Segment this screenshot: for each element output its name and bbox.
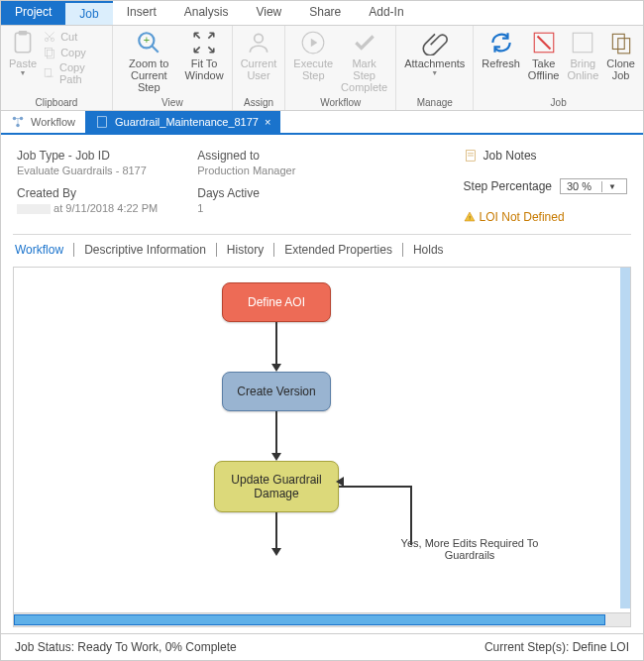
bring-online-button[interactable]: Bring Online [563, 28, 602, 83]
manage-group-label: Manage [400, 95, 469, 110]
play-icon [300, 30, 326, 55]
clipboard-group-label: Clipboard [5, 95, 108, 110]
svg-line-8 [153, 46, 160, 53]
status-bar: Job Status: Ready To Work, 0% Complete C… [1, 633, 643, 660]
tab-addin[interactable]: Add-In [355, 1, 417, 25]
workflow-canvas[interactable]: Define AOI Create Version Update Guardra… [13, 267, 631, 627]
view-group-label: View [117, 95, 228, 110]
scrollbar-thumb[interactable] [14, 614, 605, 625]
assigned-to-value: Production Manager [197, 165, 295, 176]
take-offline-button[interactable]: Take Offline [524, 28, 564, 83]
clone-icon [608, 30, 634, 55]
created-by-label: Created By [17, 186, 158, 200]
edge-2 [275, 411, 277, 453]
svg-rect-14 [574, 33, 593, 53]
step-percentage-input[interactable]: 30 % ▼ [560, 178, 627, 194]
check-icon [352, 30, 377, 55]
ribbon-group-assign: Current User Assign [233, 26, 286, 110]
doc-tab-guardrail[interactable]: Guardrail_Maintenance_8177 × [85, 111, 280, 133]
workflow-diagram-icon [11, 115, 25, 129]
chevron-down-icon: ▼ [20, 69, 27, 77]
take-offline-icon [531, 30, 557, 55]
node-create-version[interactable]: Create Version [222, 372, 331, 411]
status-left: Job Status: Ready To Work, 0% Complete [15, 640, 237, 654]
job-info-panel: Job Type - Job ID Evaluate Guardrails - … [1, 135, 643, 234]
current-user-button[interactable]: Current User [237, 28, 281, 83]
status-right: Current Step(s): Define LOI [484, 640, 629, 654]
attachments-button[interactable]: Attachments ▼ [400, 28, 469, 79]
redacted-user [17, 204, 51, 214]
paste-button[interactable]: Paste ▼ [5, 28, 41, 79]
job-file-icon [95, 115, 109, 129]
ribbon-group-clipboard: Paste ▼ Cut Copy Copy Path Clipboard [1, 26, 113, 110]
clone-job-button[interactable]: Clone Job [602, 28, 639, 83]
refresh-icon [488, 30, 514, 55]
doc-tab-workflow[interactable]: Workflow [1, 111, 85, 133]
svg-rect-5 [48, 51, 54, 58]
job-type-value: Evaluate Guardrails - 8177 [17, 165, 158, 176]
node-update-guardrail[interactable]: Update Guardrail Damage [214, 461, 339, 512]
main-menu: Project Job Insert Analysis View Share A… [1, 1, 643, 26]
svg-rect-6 [45, 69, 51, 76]
svg-rect-20 [97, 117, 106, 128]
subtab-descriptive[interactable]: Descriptive Information [74, 243, 217, 257]
vertical-scrollbar[interactable] [620, 268, 630, 608]
paperclip-icon [422, 30, 448, 55]
copy-path-icon [43, 66, 55, 80]
zoom-current-step-button[interactable]: + Zoom to Current Step [117, 28, 181, 95]
job-sub-tabs: Workflow Descriptive Information History… [1, 235, 643, 267]
close-tab-button[interactable]: × [265, 116, 270, 128]
tab-share[interactable]: Share [295, 1, 355, 25]
tab-project[interactable]: Project [1, 1, 65, 25]
paste-label: Paste [9, 57, 37, 69]
fit-window-button[interactable]: Fit To Window [181, 28, 228, 83]
tab-job[interactable]: Job [65, 1, 112, 25]
subtab-holds[interactable]: Holds [403, 243, 454, 257]
svg-rect-4 [45, 48, 52, 55]
node-define-aoi[interactable]: Define AOI [222, 282, 331, 322]
mark-complete-button[interactable]: Mark Step Complete [337, 28, 391, 95]
svg-line-13 [537, 37, 550, 50]
created-by-value: at 9/11/2018 4:22 PM [17, 202, 158, 214]
bring-online-icon [570, 30, 595, 55]
job-type-label: Job Type - Job ID [17, 149, 158, 163]
loi-warning: ! LOI Not Defined [464, 210, 627, 224]
ribbon-group-workflow: Execute Step Mark Step Complete Workflow [285, 26, 396, 110]
tab-view[interactable]: View [242, 1, 295, 25]
chevron-down-icon: ▼ [431, 69, 438, 77]
subtab-extended[interactable]: Extended Properties [274, 243, 403, 257]
execute-step-button[interactable]: Execute Step [289, 28, 337, 83]
ribbon-group-manage: Attachments ▼ Manage [396, 26, 474, 110]
subtab-workflow[interactable]: Workflow [15, 243, 74, 257]
subtab-history[interactable]: History [217, 243, 274, 257]
ribbon: Paste ▼ Cut Copy Copy Path Clipboard + Z… [1, 26, 643, 111]
assigned-to-label: Assigned to [197, 149, 295, 163]
ribbon-group-job: Refresh Take Offline Bring Online Clone … [474, 26, 643, 110]
edge-loop-v [410, 486, 412, 545]
svg-rect-1 [19, 31, 28, 35]
arrow-head-icon [336, 477, 344, 487]
refresh-button[interactable]: Refresh [478, 28, 524, 71]
assign-group-label: Assign [237, 95, 281, 110]
days-active-value: 1 [197, 202, 295, 214]
horizontal-scrollbar[interactable] [14, 612, 630, 626]
ribbon-group-view: + Zoom to Current Step Fit To Window Vie… [113, 26, 233, 110]
chevron-down-icon[interactable]: ▼ [601, 181, 626, 192]
copy-icon [43, 46, 56, 59]
copy-button[interactable]: Copy [43, 46, 106, 59]
edge-1 [275, 322, 277, 364]
job-notes-button[interactable]: Job Notes [464, 149, 627, 163]
job-group-label: Job [478, 95, 639, 110]
tab-analysis[interactable]: Analysis [170, 1, 243, 25]
copy-path-button[interactable]: Copy Path [43, 61, 106, 85]
tab-insert[interactable]: Insert [113, 1, 170, 25]
zoom-icon: + [136, 30, 161, 55]
cut-button[interactable]: Cut [43, 30, 106, 44]
svg-point-10 [255, 34, 264, 43]
arrow-head-icon [271, 364, 281, 372]
days-active-label: Days Active [197, 186, 295, 200]
svg-rect-0 [15, 33, 30, 53]
fit-window-icon [191, 30, 217, 55]
paste-icon [10, 30, 36, 55]
workflow-group-label: Workflow [289, 95, 391, 110]
